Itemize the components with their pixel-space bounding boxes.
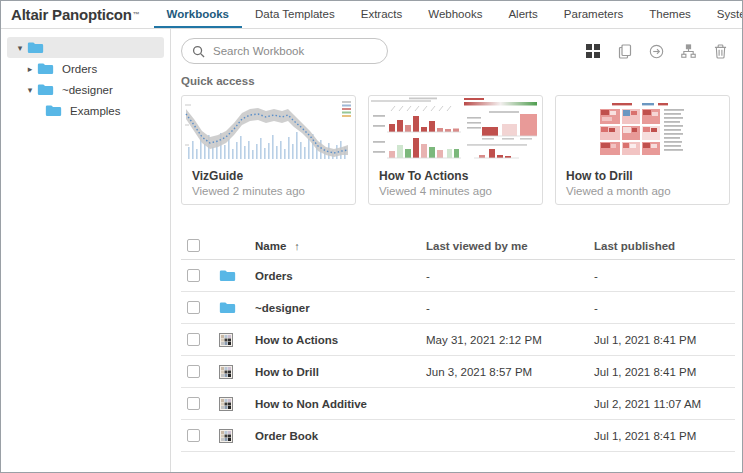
row-name[interactable]: How to Actions (255, 334, 426, 346)
folder-icon (27, 41, 44, 54)
how-to-actions-thumbnail (369, 96, 542, 163)
quick-access-heading: Quick access (181, 75, 255, 87)
workbook-icon (219, 397, 233, 411)
tab-alerts[interactable]: Alerts (495, 1, 550, 28)
table-row-designer[interactable]: ~designer - - (181, 292, 735, 324)
tab-workbooks[interactable]: Workbooks (154, 1, 242, 28)
workbook-icon (219, 333, 233, 347)
row-name[interactable]: Orders (255, 270, 426, 282)
panopticon-app-window: Altair Panopticon™ Workbooks Data Templa… (0, 0, 743, 473)
card-title: How to Drill (556, 163, 729, 183)
row-last-published: Jul 1, 2021 8:41 PM (594, 430, 735, 442)
row-last-viewed: - (426, 302, 594, 314)
column-header-last-viewed[interactable]: Last viewed by me (426, 240, 594, 252)
workbook-table: Name↑ Last viewed by me Last published O… (181, 232, 735, 452)
main-content: Quick access (171, 29, 742, 472)
card-viewed-time: Viewed 4 minutes ago (369, 183, 542, 197)
workbook-icon (219, 429, 233, 443)
select-all-checkbox[interactable] (187, 239, 200, 252)
row-checkbox[interactable] (187, 429, 200, 442)
trademark-symbol: ™ (133, 11, 140, 18)
row-last-published: Jul 2, 2021 11:07 AM (594, 398, 735, 410)
workbook-icon (219, 365, 233, 379)
card-title: VizGuide (182, 163, 355, 183)
folder-tree-sidebar: ▾ ▸ Orders ▾ ~designer Examples (1, 29, 171, 472)
main-nav: Workbooks Data Templates Extracts Webhoo… (154, 1, 743, 28)
tree-item-root[interactable]: ▾ (7, 37, 164, 58)
card-how-to-actions[interactable]: How To Actions Viewed 4 minutes ago (368, 95, 543, 205)
row-name[interactable]: Order Book (255, 430, 426, 442)
tree-item-examples[interactable]: Examples (39, 100, 164, 121)
chevron-right-icon[interactable]: ▸ (23, 64, 37, 74)
table-row-order-book[interactable]: Order Book Jul 1, 2021 8:41 PM (181, 420, 735, 452)
row-last-published: Jul 1, 2021 8:41 PM (594, 366, 735, 378)
card-viewed-time: Viewed 2 minutes ago (182, 183, 355, 197)
tree-item-designer[interactable]: ▾ ~designer (17, 79, 164, 100)
tab-extracts[interactable]: Extracts (348, 1, 416, 28)
row-name[interactable]: How to Drill (255, 366, 426, 378)
chevron-down-icon[interactable]: ▾ (13, 43, 27, 53)
row-checkbox[interactable] (187, 397, 200, 410)
hierarchy-icon[interactable] (681, 44, 696, 59)
workbook-action-icons (585, 44, 734, 59)
top-navigation-bar: Altair Panopticon™ Workbooks Data Templa… (1, 1, 742, 29)
folder-icon (219, 269, 236, 282)
row-last-viewed: Jun 3, 2021 8:57 PM (426, 366, 594, 378)
row-name[interactable]: ~designer (255, 302, 426, 314)
table-header-row: Name↑ Last viewed by me Last published (181, 232, 735, 260)
row-last-published: Jul 1, 2021 8:41 PM (594, 334, 735, 346)
column-header-name[interactable]: Name↑ (255, 240, 426, 252)
row-last-published: - (594, 302, 735, 314)
tree-item-orders[interactable]: ▸ Orders (17, 58, 164, 79)
quick-access-cards: VizGuide Viewed 2 minutes ago (181, 95, 730, 205)
tab-system[interactable]: System (704, 1, 743, 28)
row-last-published: - (594, 270, 735, 282)
app-logo: Altair Panopticon™ (1, 1, 154, 28)
row-name[interactable]: How to Non Additive (255, 398, 426, 410)
workbook-search (181, 38, 388, 64)
table-row-how-to-non-additive[interactable]: How to Non Additive Jul 2, 2021 11:07 AM (181, 388, 735, 420)
table-row-orders[interactable]: Orders - - (181, 260, 735, 292)
row-last-viewed: May 31, 2021 2:12 PM (426, 334, 594, 346)
tree-item-label: Orders (62, 63, 97, 75)
search-icon (192, 45, 205, 58)
folder-icon (37, 62, 54, 75)
folder-icon (45, 104, 62, 117)
row-checkbox[interactable] (187, 269, 200, 282)
card-title: How To Actions (369, 163, 542, 183)
search-input[interactable] (213, 45, 377, 57)
grid-view-icon[interactable] (585, 44, 600, 59)
tree-item-label: ~designer (62, 84, 113, 96)
sort-ascending-icon: ↑ (294, 240, 300, 252)
folder-icon (219, 301, 236, 314)
tab-themes[interactable]: Themes (636, 1, 704, 28)
tab-data-templates[interactable]: Data Templates (242, 1, 348, 28)
tab-parameters[interactable]: Parameters (551, 1, 636, 28)
vizguide-thumbnail (182, 96, 355, 163)
card-vizguide[interactable]: VizGuide Viewed 2 minutes ago (181, 95, 356, 205)
table-row-how-to-actions[interactable]: How to Actions May 31, 2021 2:12 PM Jul … (181, 324, 735, 356)
tab-webhooks[interactable]: Webhooks (415, 1, 495, 28)
table-row-how-to-drill[interactable]: How to Drill Jun 3, 2021 8:57 PM Jul 1, … (181, 356, 735, 388)
move-icon[interactable] (649, 44, 664, 59)
row-last-viewed: - (426, 270, 594, 282)
folder-icon (37, 83, 54, 96)
row-checkbox[interactable] (187, 365, 200, 378)
delete-icon[interactable] (713, 44, 728, 59)
card-how-to-drill[interactable]: How to Drill Viewed a month ago (555, 95, 730, 205)
row-checkbox[interactable] (187, 333, 200, 346)
copy-icon[interactable] (617, 44, 632, 59)
card-viewed-time: Viewed a month ago (556, 183, 729, 197)
tree-item-label: Examples (70, 105, 121, 117)
row-checkbox[interactable] (187, 301, 200, 314)
column-header-last-published[interactable]: Last published (594, 240, 735, 252)
chevron-down-icon[interactable]: ▾ (23, 85, 37, 95)
how-to-drill-thumbnail (556, 96, 729, 163)
app-logo-text: Altair Panopticon (11, 6, 132, 23)
